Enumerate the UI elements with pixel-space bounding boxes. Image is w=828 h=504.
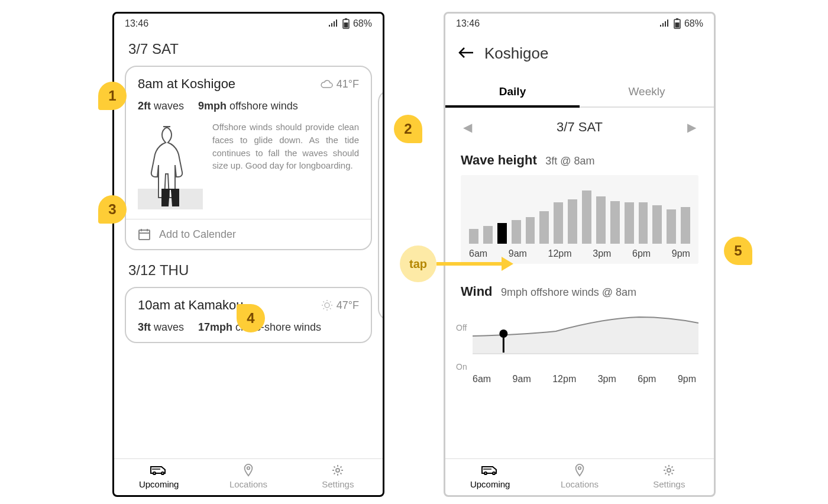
- bottom-nav: Upcoming Locations Settings: [114, 458, 383, 495]
- wave-height: 3ft: [138, 321, 151, 333]
- phone-upcoming-screen: 13:46 68% 3/7 SAT 8am at Koshigoe 41°F: [112, 12, 384, 497]
- wave-bar[interactable]: [582, 190, 591, 244]
- cloud-icon: [320, 79, 333, 89]
- status-bar: 13:46 68%: [114, 14, 383, 34]
- wave-bar[interactable]: [526, 217, 535, 244]
- nav-settings[interactable]: Settings: [625, 464, 714, 489]
- bottom-nav: Upcoming Locations Settings: [445, 458, 714, 495]
- wind-x-axis: 6am9am12pm3pm6pm9pm: [461, 374, 698, 385]
- nav-locations[interactable]: Locations: [535, 464, 624, 489]
- tap-label: tap: [400, 245, 436, 282]
- temp-value: 41°F: [337, 78, 359, 91]
- current-date: 3/7 SAT: [557, 119, 603, 135]
- svg-rect-4: [344, 22, 348, 28]
- date-navigator: ◀ 3/7 SAT ▶: [445, 108, 714, 147]
- battery-percent: 68%: [353, 18, 372, 29]
- annotation-2: 2: [394, 115, 422, 143]
- svg-point-34: [578, 467, 581, 470]
- wave-bar[interactable]: [610, 201, 620, 244]
- svg-point-31: [484, 472, 487, 474]
- upcoming-content[interactable]: 3/7 SAT 8am at Koshigoe 41°F 2ft waves 9…: [114, 34, 383, 458]
- wave-height: 2ft: [138, 100, 151, 112]
- wave-bar[interactable]: [681, 207, 690, 244]
- wave-height-title: Wave height: [461, 153, 537, 167]
- wave-bar[interactable]: [497, 223, 507, 244]
- wind-on-label: On: [456, 362, 467, 371]
- svg-rect-3: [345, 18, 347, 20]
- signal-icon: [328, 20, 339, 28]
- tab-daily[interactable]: Daily: [445, 77, 580, 106]
- wave-bar[interactable]: [483, 226, 493, 244]
- prev-day-button[interactable]: ◀: [463, 120, 472, 134]
- annotation-5: 5: [724, 237, 752, 265]
- detail-header: Koshigoe: [445, 34, 714, 73]
- temp-value: 47°F: [337, 299, 359, 312]
- svg-marker-1: [502, 257, 513, 271]
- calendar-icon: [138, 228, 151, 241]
- peek-next-card[interactable]: [378, 90, 383, 321]
- wave-height-subtitle: 3ft @ 8am: [545, 155, 594, 167]
- svg-point-22: [247, 467, 250, 470]
- wave-bar[interactable]: [625, 202, 634, 244]
- nav-upcoming[interactable]: Upcoming: [114, 464, 203, 489]
- forecast-card-koshigoe[interactable]: 8am at Koshigoe 41°F 2ft waves 9mph offs…: [125, 66, 372, 250]
- svg-point-30: [499, 329, 507, 338]
- card-stats: 2ft waves 9mph offshore winds: [126, 96, 371, 121]
- svg-point-10: [325, 303, 329, 308]
- nav-settings[interactable]: Settings: [293, 464, 383, 489]
- pin-icon: [574, 464, 586, 477]
- wave-bar[interactable]: [568, 199, 577, 244]
- svg-point-35: [667, 469, 671, 472]
- svg-point-19: [153, 472, 156, 474]
- van-icon: [481, 464, 500, 477]
- nav-label: Locations: [561, 479, 599, 489]
- wind-speed: 9mph: [198, 100, 227, 112]
- card-weather: 47°F: [321, 299, 359, 312]
- pin-icon: [242, 464, 254, 477]
- wave-bar[interactable]: [667, 209, 676, 244]
- date-header-1: 3/7 SAT: [128, 41, 372, 57]
- svg-line-17: [323, 308, 324, 309]
- status-time: 13:46: [125, 18, 148, 29]
- next-day-button[interactable]: ▶: [687, 120, 696, 134]
- svg-rect-6: [139, 230, 150, 240]
- nav-label: Settings: [653, 479, 685, 489]
- nav-upcoming[interactable]: Upcoming: [445, 464, 535, 489]
- add-to-calendar-button[interactable]: Add to Calender: [126, 219, 371, 249]
- svg-rect-25: [676, 18, 678, 20]
- card-title: 8am at Koshigoe: [138, 76, 235, 92]
- person-wave-figure: [138, 121, 203, 209]
- gear-icon: [662, 464, 675, 477]
- battery-icon: [342, 18, 350, 29]
- van-icon: [150, 464, 169, 477]
- wave-bar[interactable]: [539, 211, 549, 244]
- mockup-stage: 1 2 3 4 5 tap 13:46 68% 3/7 SAT 8am at K…: [112, 12, 716, 497]
- tab-weekly[interactable]: Weekly: [580, 77, 714, 106]
- add-calendar-label: Add to Calender: [159, 228, 236, 241]
- svg-rect-26: [675, 22, 679, 28]
- back-button[interactable]: [458, 44, 474, 63]
- status-bar: 13:46 68%: [445, 14, 714, 34]
- wind-chart[interactable]: Off On 6am9am12pm3pm6pm9pm: [461, 306, 698, 371]
- wind-speed: 17mph: [198, 321, 232, 333]
- wave-bar[interactable]: [512, 220, 521, 244]
- forecast-tabs: Daily Weekly: [445, 77, 714, 108]
- tap-indicator: tap: [400, 245, 513, 282]
- svg-line-16: [330, 308, 331, 309]
- card-weather: 41°F: [320, 78, 359, 91]
- nav-locations[interactable]: Locations: [203, 464, 293, 489]
- annotation-1: 1: [98, 82, 127, 110]
- status-icons: 68%: [328, 18, 372, 29]
- forecast-description: Offshore winds should provide clean face…: [212, 121, 359, 209]
- wave-bar[interactable]: [639, 202, 648, 244]
- battery-percent: 68%: [684, 18, 703, 29]
- wave-bar[interactable]: [596, 196, 606, 244]
- wave-bar[interactable]: [652, 205, 662, 244]
- wind-section: Wind 9mph offshore winds @ 8am Off On 6a…: [445, 278, 714, 371]
- nav-label: Settings: [322, 479, 354, 489]
- wave-bar[interactable]: [554, 202, 563, 244]
- wind-subtitle: 9mph offshore winds @ 8am: [501, 286, 636, 298]
- wave-bar[interactable]: [469, 229, 478, 244]
- nav-label: Upcoming: [139, 479, 179, 489]
- svg-point-20: [161, 472, 164, 474]
